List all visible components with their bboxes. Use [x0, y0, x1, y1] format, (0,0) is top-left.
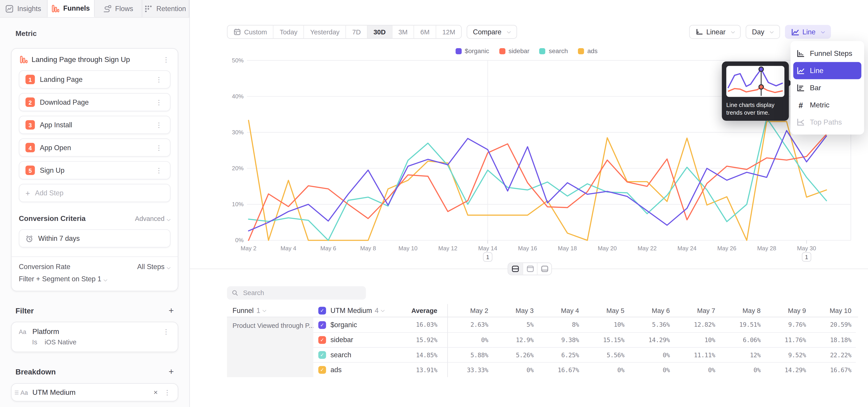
range-3m[interactable]: 3M — [392, 26, 414, 38]
kebab-menu-icon[interactable]: ⋮ — [161, 328, 171, 335]
add-filter-button[interactable]: + — [168, 306, 174, 315]
cell-value: 6.06% — [720, 332, 765, 347]
step-label: Sign Up — [40, 166, 154, 174]
funnel-step-1[interactable]: 1Landing Page⋮ — [19, 70, 170, 89]
menu-item-line[interactable]: Line — [793, 62, 861, 79]
add-breakdown-button[interactable]: + — [168, 367, 174, 376]
chevron-down-icon: ⌵ — [821, 29, 825, 35]
advanced-dropdown[interactable]: Advanced⌵ — [135, 215, 170, 222]
range-yesterday[interactable]: Yesterday — [304, 26, 346, 38]
x-axis-label: May 12 — [438, 245, 457, 251]
split-view-button[interactable] — [508, 263, 523, 275]
row-checkbox[interactable]: ✓ — [318, 321, 326, 328]
drag-handle-icon[interactable]: ☰ — [14, 389, 21, 395]
range-12m[interactable]: 12M — [436, 26, 461, 38]
range-30d[interactable]: 30D — [367, 26, 392, 38]
range-7d[interactable]: 7D — [346, 26, 367, 38]
x-axis-label: May 8 — [360, 245, 376, 251]
legend-item-search[interactable]: search — [539, 48, 568, 54]
conversion-window[interactable]: Within 7 days — [19, 229, 170, 248]
cell-value: 9.76% — [765, 317, 810, 332]
all-steps-dropdown[interactable]: All Steps⌵ — [137, 263, 170, 271]
legend-label: sidebar — [508, 48, 529, 54]
average-value: 14.85% — [388, 347, 447, 362]
cell-value: 5.88% — [447, 347, 493, 362]
cell-value: 9.38% — [538, 332, 583, 347]
y-axis-label: 40% — [232, 93, 243, 99]
metric-icon: # — [797, 100, 805, 109]
cell-value: 16.67% — [810, 362, 856, 377]
table-row-name-sidebar[interactable]: ✓sidebar — [313, 332, 388, 347]
row-label: $organic — [331, 321, 357, 328]
range-custom[interactable]: Custom — [228, 26, 273, 38]
filter-card[interactable]: Aa Platform ⋮ Is iOS Native — [11, 322, 178, 352]
cell-value: 0% — [720, 362, 765, 377]
legend-item-ads[interactable]: ads — [578, 48, 598, 54]
tab-label: Funnels — [63, 4, 90, 12]
bar-chart-icon — [797, 84, 805, 92]
menu-item-funnel-steps[interactable]: Funnel Steps — [793, 45, 861, 62]
cell-value: 14.29% — [765, 362, 810, 377]
remove-breakdown-icon[interactable]: × — [149, 388, 162, 397]
tab-funnels[interactable]: Funnels — [47, 0, 94, 17]
x-axis-label: May 20 — [598, 245, 617, 251]
step-number-badge: 1 — [26, 75, 35, 84]
chevron-down-icon: ⌵ — [731, 29, 735, 35]
legend-item-sidebar[interactable]: sidebar — [499, 48, 529, 54]
menu-item-metric[interactable]: # Metric — [793, 96, 861, 114]
tab-label: Insights — [17, 5, 41, 12]
step-number-badge: 3 — [26, 120, 35, 130]
funnel-name-cell[interactable]: Product Viewed through P... — [227, 317, 313, 377]
range-today[interactable]: Today — [273, 26, 304, 38]
funnel-step-3[interactable]: 3App Install⋮ — [19, 116, 170, 134]
tab-insights[interactable]: Insights — [0, 0, 47, 17]
tab-label: Flows — [115, 5, 133, 12]
kebab-menu-icon[interactable]: ⋮ — [154, 99, 164, 105]
tab-flows[interactable]: Flows — [95, 0, 142, 17]
cell-value: 5.26% — [493, 347, 538, 362]
kebab-menu-icon[interactable]: ⋮ — [154, 144, 164, 151]
clock-icon — [26, 234, 33, 242]
legend-item-$organic[interactable]: $organic — [455, 48, 489, 54]
funnel-step-5[interactable]: 5Sign Up⋮ — [19, 161, 170, 180]
funnel-column-header[interactable]: Funnel1⌵ — [227, 304, 313, 317]
cell-value: 2.63% — [447, 317, 493, 332]
cell-value: 15.15% — [583, 332, 629, 347]
x-axis-label: May 14 — [478, 245, 497, 251]
scale-button[interactable]: Linear⌵ — [689, 25, 741, 39]
kebab-menu-icon[interactable]: ⋮ — [154, 122, 164, 128]
filter-value[interactable]: iOS Native — [45, 338, 76, 346]
breakdown-card[interactable]: ☰ Aa UTM Medium × ⋮ — [11, 383, 178, 402]
funnel-step-2[interactable]: 2Download Page⋮ — [19, 93, 170, 111]
row-checkbox[interactable]: ✓ — [318, 366, 326, 374]
chart-only-button[interactable] — [523, 263, 537, 275]
table-row-name-search[interactable]: ✓search — [313, 347, 388, 362]
row-checkbox[interactable]: ✓ — [318, 351, 326, 359]
menu-item-bar[interactable]: Bar — [793, 79, 861, 96]
compare-button[interactable]: Compare⌵ — [467, 25, 517, 39]
search-input[interactable] — [242, 288, 361, 298]
kebab-menu-icon[interactable]: ⋮ — [154, 76, 164, 83]
filter-operator[interactable]: Is — [32, 338, 37, 346]
table-row-name-ads[interactable]: ✓ads — [313, 362, 388, 377]
select-all-checkbox[interactable]: ✓ — [318, 307, 326, 314]
granularity-button[interactable]: Day⌵ — [746, 25, 780, 39]
row-checkbox[interactable]: ✓ — [318, 336, 326, 344]
add-step-button[interactable]: +Add Step — [19, 184, 170, 202]
range-6m[interactable]: 6M — [414, 26, 436, 38]
filter-segment-dropdown[interactable]: Filter + Segment on Step 1⌵ — [11, 271, 178, 284]
legend-swatch — [499, 48, 505, 54]
cell-value: 22.22% — [810, 347, 856, 362]
chart-type-button[interactable]: Line⌵ — [785, 25, 831, 39]
funnel-step-4[interactable]: 4App Open⋮ — [19, 138, 170, 157]
table-only-button[interactable] — [537, 263, 552, 275]
metric-section-label: Metric — [16, 29, 174, 38]
menu-item-top-paths[interactable]: Top Paths — [793, 114, 861, 131]
table-row-name-$organic[interactable]: ✓$organic — [313, 317, 388, 332]
kebab-menu-icon[interactable]: ⋮ — [161, 56, 171, 63]
breakdown-column-header[interactable]: ✓ UTM Medium4⌵ — [313, 304, 388, 317]
tab-retention[interactable]: Retention — [142, 0, 189, 17]
kebab-menu-icon[interactable]: ⋮ — [154, 167, 164, 174]
kebab-menu-icon[interactable]: ⋮ — [162, 389, 172, 396]
breakdown-table: Funnel1⌵ ✓ UTM Medium4⌵ Average May 2May… — [227, 304, 858, 377]
